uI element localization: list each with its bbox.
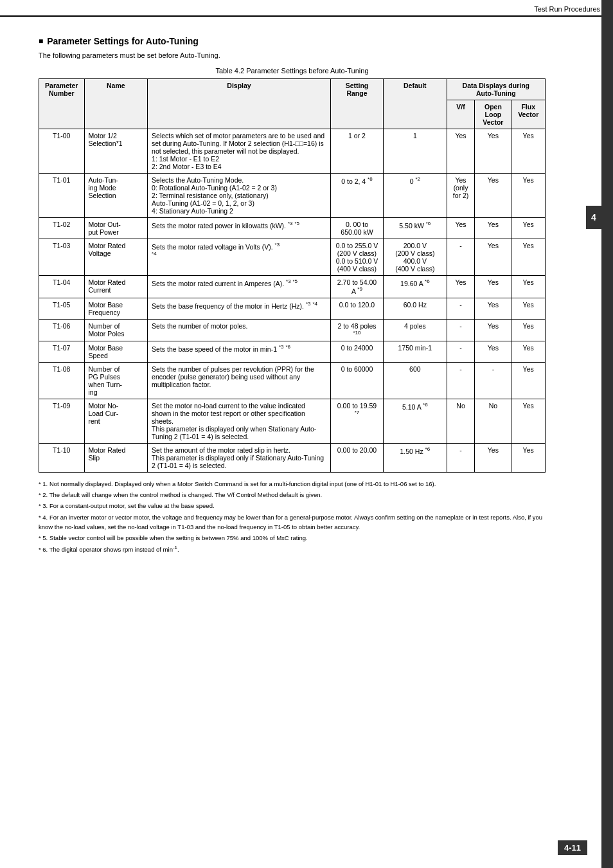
cell-open-loop-3: Yes	[475, 239, 511, 276]
page-number: 4-11	[558, 840, 587, 855]
cell-open-loop-2: Yes	[475, 218, 511, 239]
th-name: Name	[84, 79, 148, 129]
cell-open-loop-7: Yes	[475, 341, 511, 363]
cell-vf-0: Yes	[447, 129, 475, 174]
cell-setting-8: 0 to 60000	[330, 363, 383, 399]
cell-open-loop-8: -	[475, 363, 511, 399]
cell-display-1: Selects the Auto-Tuning Mode.0: Rotation…	[148, 174, 331, 218]
cell-flux-9: Yes	[511, 399, 546, 444]
cell-setting-5: 0.0 to 120.0	[330, 298, 383, 319]
cell-param-8: T1-08	[39, 363, 85, 399]
cell-default-10: 1.50 Hz *6	[384, 444, 447, 473]
cell-name-6: Number ofMotor Poles	[84, 319, 148, 341]
footnotes: * 1. Not normally displayed. Displayed o…	[39, 479, 546, 554]
cell-display-10: Set the amount of the motor rated slip i…	[148, 444, 331, 473]
table-caption: Table 4.2 Parameter Settings before Auto…	[39, 67, 546, 75]
cell-name-3: Motor RatedVoltage	[84, 239, 148, 276]
cell-param-0: T1-00	[39, 129, 85, 174]
cell-display-0: Selects which set of motor parameters ar…	[148, 129, 331, 174]
cell-vf-6: -	[447, 319, 475, 341]
cell-open-loop-5: Yes	[475, 298, 511, 319]
th-open-loop: OpenLoopVector	[475, 100, 511, 129]
header-title: Test Run Procedures	[534, 5, 600, 13]
cell-param-2: T1-02	[39, 218, 85, 239]
footnote-3: * 4. For an inverter motor or vector mot…	[39, 512, 546, 532]
cell-vf-9: No	[447, 399, 475, 444]
cell-param-9: T1-09	[39, 399, 85, 444]
cell-name-5: Motor BaseFrequency	[84, 298, 148, 319]
cell-flux-5: Yes	[511, 298, 546, 319]
cell-default-3: 200.0 V(200 V class)400.0 V(400 V class)	[384, 239, 447, 276]
cell-vf-5: -	[447, 298, 475, 319]
intro-text: The following parameters must be set bef…	[39, 51, 546, 59]
cell-vf-2: Yes	[447, 218, 475, 239]
cell-param-5: T1-05	[39, 298, 85, 319]
cell-flux-1: Yes	[511, 174, 546, 218]
cell-display-9: Set the motor no-load current to the val…	[148, 399, 331, 444]
cell-display-2: Sets the motor rated power in kilowatts …	[148, 218, 331, 239]
cell-flux-10: Yes	[511, 444, 546, 473]
th-flux: FluxVector	[511, 100, 546, 129]
cell-name-1: Auto-Tun-ing ModeSelection	[84, 174, 148, 218]
cell-vf-8: -	[447, 363, 475, 399]
cell-name-7: Motor BaseSpeed	[84, 341, 148, 363]
cell-vf-4: Yes	[447, 276, 475, 298]
cell-setting-0: 1 or 2	[330, 129, 383, 174]
page-header: Test Run Procedures	[0, 0, 613, 17]
cell-setting-7: 0 to 24000	[330, 341, 383, 363]
cell-param-3: T1-03	[39, 239, 85, 276]
cell-vf-7: -	[447, 341, 475, 363]
side-bar	[601, 0, 613, 868]
cell-name-2: Motor Out-put Power	[84, 218, 148, 239]
cell-default-1: 0 *2	[384, 174, 447, 218]
th-param: ParameterNumber	[39, 79, 85, 129]
cell-name-8: Number ofPG Pulseswhen Turn-ing	[84, 363, 148, 399]
cell-vf-3: -	[447, 239, 475, 276]
footnote-4: * 5. Stable vector control will be possi…	[39, 533, 546, 543]
chapter-tab: 4	[586, 206, 601, 229]
cell-display-6: Sets the number of motor poles.	[148, 319, 331, 341]
cell-name-10: Motor RatedSlip	[84, 444, 148, 473]
footnote-1: * 2. The default will change when the co…	[39, 490, 546, 500]
cell-setting-1: 0 to 2, 4 *8	[330, 174, 383, 218]
cell-default-7: 1750 min-1	[384, 341, 447, 363]
cell-vf-1: Yes(onlyfor 2)	[447, 174, 475, 218]
cell-flux-0: Yes	[511, 129, 546, 174]
cell-param-7: T1-07	[39, 341, 85, 363]
th-vf: V/f	[447, 100, 475, 129]
cell-setting-10: 0.00 to 20.00	[330, 444, 383, 473]
cell-display-5: Sets the base frequency of the motor in …	[148, 298, 331, 319]
cell-default-9: 5.10 A *6	[384, 399, 447, 444]
cell-name-4: Motor RatedCurrent	[84, 276, 148, 298]
cell-default-8: 600	[384, 363, 447, 399]
cell-open-loop-4: Yes	[475, 276, 511, 298]
cell-flux-7: Yes	[511, 341, 546, 363]
cell-param-1: T1-01	[39, 174, 85, 218]
footnote-2: * 3. For a constant-output motor, set th…	[39, 501, 546, 511]
cell-default-4: 19.60 A *6	[384, 276, 447, 298]
cell-open-loop-0: Yes	[475, 129, 511, 174]
th-setting: SettingRange	[330, 79, 383, 129]
cell-param-4: T1-04	[39, 276, 85, 298]
th-default: Default	[384, 79, 447, 129]
cell-setting-9: 0.00 to 19.59 *7	[330, 399, 383, 444]
cell-default-5: 60.0 Hz	[384, 298, 447, 319]
cell-param-6: T1-06	[39, 319, 85, 341]
footnote-0: * 1. Not normally displayed. Displayed o…	[39, 479, 546, 489]
cell-display-3: Sets the motor rated voltage in Volts (V…	[148, 239, 331, 276]
cell-display-8: Sets the number of pulses per revolution…	[148, 363, 331, 399]
cell-open-loop-9: No	[475, 399, 511, 444]
cell-display-4: Sets the motor rated current in Amperes …	[148, 276, 331, 298]
cell-flux-3: Yes	[511, 239, 546, 276]
main-content: Parameter Settings for Auto-Tuning The f…	[0, 17, 584, 594]
cell-setting-3: 0.0 to 255.0 V(200 V class)0.0 to 510.0 …	[330, 239, 383, 276]
parameter-table: ParameterNumber Name Display SettingRang…	[39, 78, 546, 473]
footnote-5: * 6. The digital operator shows rpm inst…	[39, 544, 546, 554]
cell-default-6: 4 poles	[384, 319, 447, 341]
cell-setting-4: 2.70 to 54.00A *9	[330, 276, 383, 298]
th-data-displays: Data Displays duringAuto-Tuning	[447, 79, 545, 100]
cell-param-10: T1-10	[39, 444, 85, 473]
cell-flux-8: Yes	[511, 363, 546, 399]
cell-open-loop-1: Yes	[475, 174, 511, 218]
cell-vf-10: -	[447, 444, 475, 473]
